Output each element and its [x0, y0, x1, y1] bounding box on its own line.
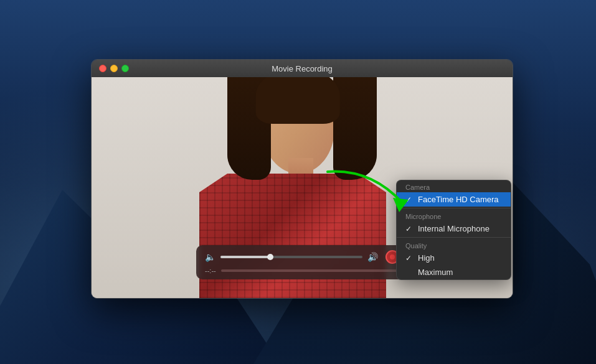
record-indicator: [390, 254, 395, 259]
microphone-section-header: Microphone: [397, 210, 511, 222]
window-title: Movie Recording: [272, 64, 333, 73]
volume-low-icon: 🔈: [205, 252, 215, 262]
quality-option-high[interactable]: ✓ High: [397, 251, 511, 265]
volume-slider[interactable]: [220, 256, 362, 258]
camera-section-header: Camera: [397, 180, 511, 192]
settings-dropdown: Camera ✓ FaceTime HD Camera Microphone ✓…: [396, 180, 511, 280]
progress-bar: [221, 269, 399, 272]
quality-high-label: High: [418, 253, 502, 263]
checkmark-icon: ✓: [405, 195, 414, 204]
close-button[interactable]: [99, 65, 106, 72]
quality-maximum-label: Maximum: [418, 268, 502, 277]
divider-1: [397, 208, 511, 208]
volume-fill: [220, 256, 270, 258]
traffic-lights: [99, 65, 129, 72]
camera-option-label: FaceTime HD Camera: [418, 195, 502, 204]
volume-high-icon: 🔊: [367, 252, 378, 262]
controls-bottom-row: --:--: [205, 267, 399, 274]
checkmark-icon-high: ✓: [405, 254, 414, 263]
minimize-button[interactable]: [110, 65, 118, 72]
controls-top-row: 🔈 🔊: [205, 250, 399, 264]
hair-top: [256, 77, 340, 124]
titlebar: Movie Recording: [92, 60, 513, 77]
shirt: [199, 174, 386, 298]
recording-controls: 🔈 🔊 --:--: [196, 245, 408, 279]
divider-2: [397, 237, 511, 238]
quality-section-header: Quality: [397, 239, 511, 251]
hair-right: [333, 77, 377, 180]
time-display: --:--: [205, 267, 216, 274]
movie-recording-window: Movie Recording 🔈: [91, 59, 513, 299]
volume-knob: [267, 254, 273, 260]
quality-option-maximum[interactable]: Maximum: [397, 265, 511, 279]
microphone-option-label: Internal Microphone: [418, 224, 502, 233]
camera-option-facetime[interactable]: ✓ FaceTime HD Camera: [397, 192, 511, 207]
microphone-option-internal[interactable]: ✓ Internal Microphone: [397, 222, 511, 236]
checkmark-icon-mic: ✓: [405, 225, 414, 233]
maximize-button[interactable]: [121, 65, 129, 72]
